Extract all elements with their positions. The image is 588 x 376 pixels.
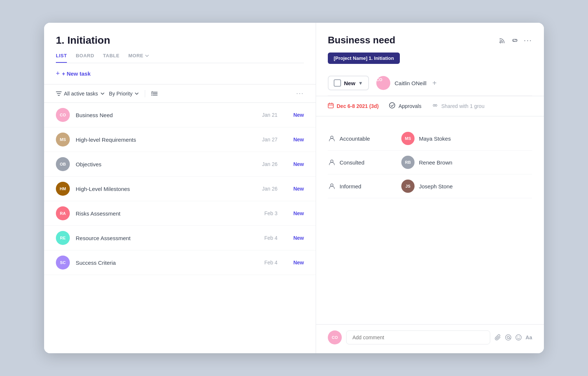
mention-icon: [505, 334, 512, 341]
svg-point-11: [517, 337, 518, 337]
format-button[interactable]: Aa: [526, 335, 532, 340]
avatar: MS: [56, 133, 70, 147]
task-date: Jan 26: [260, 161, 277, 167]
shared-label: Shared with 1 grou: [441, 103, 485, 109]
task-date: Jan 26: [260, 186, 277, 192]
task-row[interactable]: RA Risks Assessment Feb 3 New: [44, 201, 316, 226]
raci-name: Renee Brown: [419, 159, 452, 166]
avatar: CO: [56, 108, 70, 122]
sort-label: By Priority: [109, 91, 133, 97]
task-row[interactable]: HM High-Level Milestones Jan 26 New: [44, 177, 316, 201]
checklist-button[interactable]: [151, 91, 158, 97]
filter-button[interactable]: All active tasks: [56, 91, 105, 97]
raci-role: Consulted: [328, 158, 401, 166]
avatar: RA: [56, 206, 70, 220]
new-task-label: + New task: [62, 70, 91, 77]
mention-button[interactable]: [505, 334, 512, 341]
status-badge: New: [289, 235, 304, 241]
status-badge: New: [289, 260, 304, 265]
tab-table[interactable]: TABLE: [103, 53, 119, 63]
plus-icon: +: [56, 70, 60, 77]
svg-rect-1: [328, 104, 333, 108]
svg-point-3: [433, 105, 435, 106]
raci-name: Maya Stokes: [419, 135, 451, 142]
date-meta[interactable]: Dec 6-8 2021 (3d): [328, 102, 379, 110]
svg-point-12: [519, 337, 520, 337]
feed-button[interactable]: [499, 37, 506, 44]
raci-role-label: Consulted: [340, 159, 365, 166]
new-task-row: + + New task: [44, 63, 316, 84]
raci-avatar: RB: [401, 156, 415, 169]
task-name: Objectives: [76, 161, 254, 167]
approvals-icon: [389, 102, 395, 110]
status-chevron-icon: ▼: [358, 80, 363, 86]
status-selector[interactable]: New ▼: [328, 76, 369, 90]
task-date: Feb 4: [260, 260, 277, 265]
new-task-button[interactable]: + + New task: [56, 70, 90, 77]
approvals-meta[interactable]: Approvals: [389, 102, 421, 110]
emoji-button[interactable]: [515, 334, 522, 341]
filters-row: All active tasks By Priority ·: [44, 84, 316, 103]
raci-avatar: JS: [401, 180, 415, 193]
status-checkbox: [334, 79, 341, 87]
person-icon: [328, 182, 336, 190]
page-title: 1. Initiation: [56, 35, 304, 46]
status-badge: New: [289, 137, 304, 142]
tab-more[interactable]: MORE: [128, 53, 149, 63]
attach-button[interactable]: [495, 334, 501, 341]
tabs-row: LIST BOARD TABLE MORE: [56, 53, 304, 63]
raci-avatar: MS: [401, 132, 415, 145]
avatar: OB: [56, 157, 70, 171]
filter-icon: [56, 91, 62, 97]
status-label: New: [344, 80, 355, 86]
raci-name: Joseph Stone: [419, 183, 453, 189]
task-row[interactable]: CO Business Need Jan 21 New: [44, 103, 316, 127]
task-date: Jan 27: [260, 137, 277, 142]
task-row[interactable]: OB Objectives Jan 26 New: [44, 152, 316, 177]
raci-row-accountable: Accountable MS Maya Stokes: [328, 127, 532, 151]
raci-role: Accountable: [328, 134, 401, 142]
avatar: HM: [56, 182, 70, 196]
ellipsis-icon: ···: [296, 90, 304, 97]
task-name: Risks Assessment: [76, 210, 254, 217]
comment-box: CO: [316, 324, 544, 353]
divider: [145, 90, 145, 97]
emoji-icon: [515, 334, 522, 341]
tab-list[interactable]: LIST: [56, 53, 67, 63]
shared-meta[interactable]: Shared with 1 grou: [432, 102, 485, 110]
svg-point-10: [516, 335, 521, 340]
right-panel: Business need: [316, 23, 544, 353]
task-name: Success Criteria: [76, 260, 254, 266]
assignee-name: Caitlin ONeill: [395, 80, 427, 86]
task-date: Feb 3: [260, 210, 277, 216]
task-row[interactable]: MS High-level Requirements Jan 27 New: [44, 127, 316, 152]
add-assignee-button[interactable]: +: [432, 79, 437, 87]
task-name: Business Need: [76, 112, 254, 118]
sort-button[interactable]: By Priority: [109, 91, 139, 97]
project-badge[interactable]: [Project Name] 1. Initiation: [328, 53, 400, 64]
more-options-button[interactable]: ···: [296, 90, 304, 97]
tab-board[interactable]: BOARD: [76, 53, 94, 63]
comment-input[interactable]: [346, 330, 490, 344]
raci-person: MS Maya Stokes: [401, 132, 451, 145]
task-date: Jan 21: [260, 112, 277, 118]
task-name: Resource Assessment: [76, 235, 254, 241]
task-row[interactable]: RE Resource Assessment Feb 4 New: [44, 226, 316, 250]
task-row[interactable]: SC Success Criteria Feb 4 New: [44, 250, 316, 275]
chevron-down-icon: [145, 54, 149, 58]
task-date: Feb 4: [260, 235, 277, 241]
assignee-avatar: CO: [376, 76, 390, 90]
svg-point-2: [390, 103, 395, 108]
left-panel: 1. Initiation LIST BOARD TABLE MORE + + …: [44, 23, 316, 353]
status-badge: New: [289, 161, 304, 167]
svg-point-0: [500, 41, 501, 43]
status-badge: New: [289, 210, 304, 216]
status-badge: New: [289, 112, 304, 118]
person-icon: [328, 158, 336, 166]
svg-point-8: [506, 335, 511, 340]
meta-row: Dec 6-8 2021 (3d) Approvals: [316, 96, 544, 116]
more-button[interactable]: ···: [524, 36, 532, 44]
task-name: High-level Requirements: [76, 137, 254, 143]
link-button[interactable]: [511, 37, 519, 44]
calendar-icon: [328, 102, 334, 110]
